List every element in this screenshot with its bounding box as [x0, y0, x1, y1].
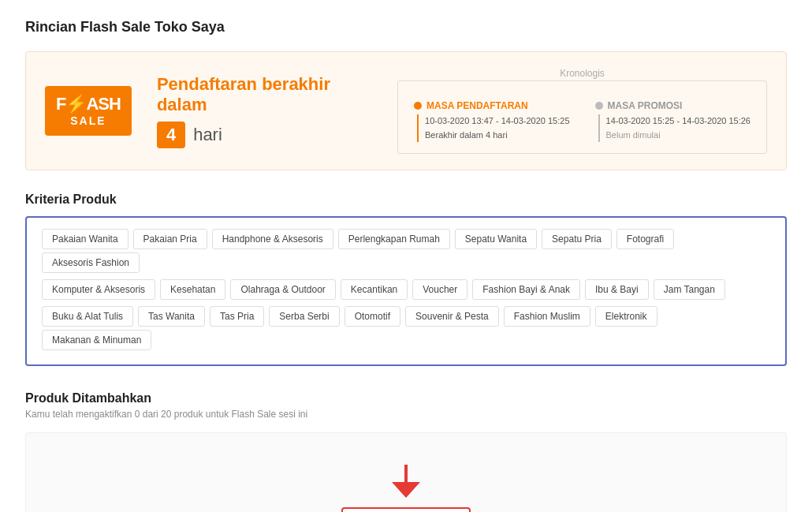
tag-olahraga-outdoor[interactable]: Olahraga & Outdoor: [230, 279, 335, 300]
masa-promosi-label: MASA PROMOSI: [608, 100, 683, 111]
produk-empty-box: Tambah Produk Silakan tambah produk untu…: [25, 432, 787, 512]
masa-promosi-range: 14-03-2020 15:25 - 14-03-2020 15:26: [606, 114, 751, 129]
tag-pakaian-wanita[interactable]: Pakaian Wanita: [42, 229, 129, 249]
tag-handphone-aksesoris[interactable]: Handphone & Aksesoris: [212, 229, 333, 249]
kriteria-title: Kriteria Produk: [25, 192, 787, 207]
flash-logo-top: F⚡ASH: [56, 94, 121, 114]
masa-pendaftaran-label: MASA PENDAFTARAN: [426, 100, 528, 111]
kronologis-section: Kronologis MASA PENDAFTARAN 10-03-2020 1…: [397, 68, 767, 154]
tag-otomotif[interactable]: Otomotif: [345, 306, 400, 327]
masa-pendaftaran-range: 10-03-2020 13:47 - 14-03-2020 15:25: [425, 114, 569, 129]
tag-souvenir-pesta[interactable]: Souvenir & Pesta: [405, 306, 499, 327]
tag-tas-wanita[interactable]: Tas Wanita: [138, 306, 205, 327]
produk-subtitle: Kamu telah mengaktifkan 0 dari 20 produk…: [25, 409, 787, 420]
tag-sepatu-pria[interactable]: Sepatu Pria: [542, 229, 612, 249]
masa-promosi: MASA PROMOSI 14-03-2020 15:25 - 14-03-20…: [595, 100, 751, 142]
page-title: Rincian Flash Sale Toko Saya: [25, 19, 787, 36]
tag-fashion-bayi-anak[interactable]: Fashion Bayi & Anak: [472, 279, 580, 300]
criteria-row-3: Buku & Alat Tulis Tas Wanita Tas Pria Se…: [39, 305, 773, 352]
flash-days-row: 4 hari: [157, 121, 372, 148]
tag-kecantikan[interactable]: Kecantikan: [341, 279, 408, 300]
masa-promosi-status: Belum dimulai: [606, 129, 751, 143]
tag-tas-pria[interactable]: Tas Pria: [210, 306, 264, 327]
tambah-produk-button[interactable]: Tambah Produk: [341, 507, 471, 512]
flash-info: Pendaftaran berakhir dalam 4 hari: [157, 74, 372, 148]
tag-perlengkapan-rumah[interactable]: Perlengkapan Rumah: [338, 229, 450, 249]
kronologis-box: MASA PENDAFTARAN 10-03-2020 13:47 - 14-0…: [397, 80, 767, 154]
produk-section: Produk Ditambahkan Kamu telah mengaktifk…: [25, 391, 787, 512]
tag-elektronik[interactable]: Elektronik: [595, 306, 657, 327]
kriteria-box: Pakaian Wanita Pakaian Pria Handphone & …: [25, 216, 787, 366]
flash-days-number: 4: [157, 121, 185, 148]
flash-days-label: hari: [193, 125, 222, 145]
svg-marker-1: [392, 482, 420, 498]
tag-pakaian-pria[interactable]: Pakaian Pria: [133, 229, 207, 249]
tag-fotografi[interactable]: Fotografi: [616, 229, 674, 249]
flash-heading: Pendaftaran berakhir dalam: [157, 74, 372, 115]
criteria-row-1: Pakaian Wanita Pakaian Pria Handphone & …: [39, 227, 773, 275]
tag-kesehatan[interactable]: Kesehatan: [160, 279, 225, 300]
tag-voucher[interactable]: Voucher: [412, 279, 467, 300]
masa-pendaftaran-header: MASA PENDAFTARAN: [414, 100, 569, 111]
criteria-row-2: Komputer & Aksesoris Kesehatan Olahraga …: [39, 278, 773, 301]
masa-promosi-header: MASA PROMOSI: [595, 100, 751, 111]
dot-gray-icon: [595, 102, 603, 110]
arrow-down-icon: [392, 465, 420, 499]
masa-pendaftaran-status: Berakhir dalam 4 hari: [425, 129, 569, 143]
flash-sale-banner: F⚡ASH SALE Pendaftaran berakhir dalam 4 …: [25, 51, 787, 170]
kronologis-row: MASA PENDAFTARAN 10-03-2020 13:47 - 14-0…: [414, 100, 751, 142]
flash-sale-logo: F⚡ASH SALE: [45, 86, 132, 136]
tag-fashion-muslim[interactable]: Fashion Muslim: [504, 306, 590, 327]
masa-promosi-dates: 14-03-2020 15:25 - 14-03-2020 15:26 Belu…: [598, 114, 751, 142]
masa-pendaftaran-dates: 10-03-2020 13:47 - 14-03-2020 15:25 Bera…: [417, 114, 569, 142]
tambah-btn-wrapper: Tambah Produk: [26, 507, 786, 512]
tag-serba-serbi[interactable]: Serba Serbi: [269, 306, 339, 327]
flash-logo-sale: SALE: [56, 114, 121, 128]
tag-aksesoris-fashion[interactable]: Aksesoris Fashion: [42, 252, 140, 273]
tag-komputer-aksesoris[interactable]: Komputer & Aksesoris: [42, 279, 155, 300]
dot-orange-icon: [414, 102, 422, 110]
tag-jam-tangan[interactable]: Jam Tangan: [654, 279, 725, 300]
tag-buku-alat-tulis[interactable]: Buku & Alat Tulis: [42, 306, 133, 327]
arrow-container: [26, 465, 786, 499]
masa-pendaftaran: MASA PENDAFTARAN 10-03-2020 13:47 - 14-0…: [414, 100, 569, 142]
tag-sepatu-wanita[interactable]: Sepatu Wanita: [455, 229, 537, 249]
produk-title: Produk Ditambahkan: [25, 391, 787, 405]
tag-makanan-minuman[interactable]: Makanan & Minuman: [42, 330, 151, 350]
kronologis-title: Kronologis: [552, 68, 613, 79]
tag-ibu-bayi[interactable]: Ibu & Bayi: [585, 279, 649, 300]
